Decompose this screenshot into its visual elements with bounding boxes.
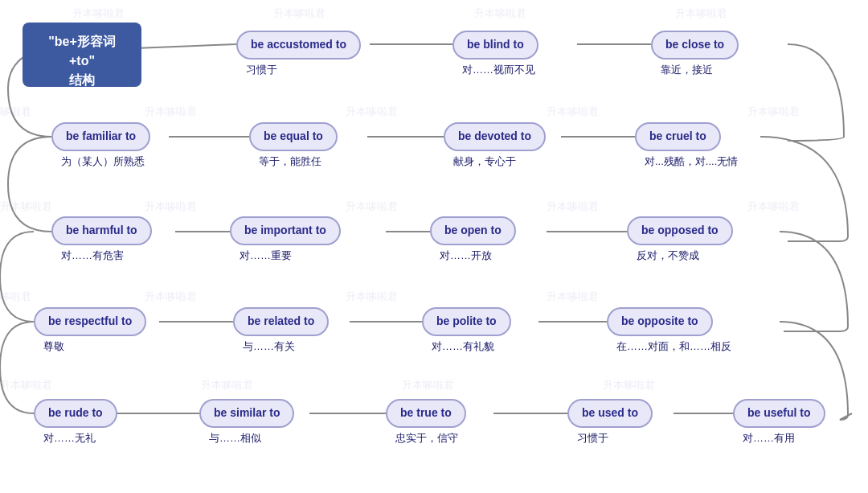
phrase-pill-n7: be cruel to [635,122,721,151]
phrase-pill-n4: be familiar to [51,122,150,151]
phrase-meaning-n7: 对...残酷，对....无情 [645,154,738,169]
phrase-node-n16: be rude to对……无礼 [34,399,117,446]
phrase-meaning-n8: 对……有危害 [61,249,124,263]
watermark: 哆啦君 [0,105,31,119]
phrase-node-n14: be polite to对……有礼貌 [422,307,511,354]
phrase-node-n4: be familiar to为（某人）所熟悉 [51,122,150,169]
phrase-node-n13: be related to与……有关 [233,307,329,354]
phrase-meaning-n16: 对……无礼 [43,431,96,446]
phrase-pill-n2: be blind to [452,31,538,60]
phrase-meaning-n5: 等于，能胜任 [259,154,321,169]
watermark: 升本哆啦君 [0,378,52,392]
watermark: 升本哆啦君 [145,199,197,214]
title-box: "be+形容词+to"结构 [23,23,141,87]
phrase-pill-n6: be devoted to [444,122,546,151]
watermark: 升本哆啦君 [346,199,398,214]
phrase-node-n19: be used to习惯于 [567,399,653,446]
phrase-meaning-n4: 为（某人）所熟悉 [61,154,145,169]
watermark: 哆啦君 [0,290,31,304]
phrase-node-n15: be opposite to在……对面，和……相反 [607,307,731,354]
phrase-meaning-n1: 习惯于 [246,63,277,77]
phrase-meaning-n12: 尊敬 [43,339,64,354]
phrase-meaning-n20: 对……有用 [743,431,795,446]
phrase-pill-n20: be useful to [733,399,825,428]
phrase-pill-n19: be used to [567,399,653,428]
phrase-pill-n17: be similar to [199,399,294,428]
phrase-pill-n14: be polite to [422,307,511,336]
phrase-meaning-n14: 对……有礼貌 [432,339,494,354]
phrase-node-n7: be cruel to对...残酷，对....无情 [635,122,738,169]
phrase-meaning-n9: 对……重要 [240,249,292,263]
watermark: 升本哆啦君 [675,6,727,21]
phrase-node-n2: be blind to对……视而不见 [452,31,538,77]
phrase-meaning-n17: 与……相似 [209,431,261,446]
watermark: 升本哆啦君 [547,105,599,119]
phrase-pill-n15: be opposite to [607,307,713,336]
phrase-meaning-n15: 在……对面，和……相反 [616,339,731,354]
phrase-node-n5: be equal to等于，能胜任 [249,122,338,169]
phrase-node-n17: be similar to与……相似 [199,399,294,446]
title-text: "be+形容词+to"结构 [48,35,116,87]
watermark: 升本哆啦君 [747,199,800,214]
watermark: 升本哆啦君 [402,378,454,392]
phrase-pill-n12: be respectful to [34,307,146,336]
watermark: 升本哆啦君 [145,105,197,119]
phrase-meaning-n18: 忠实于，信守 [395,431,458,446]
phrase-meaning-n13: 与……有关 [243,339,295,354]
watermark: 升本哆啦君 [747,105,800,119]
watermark: 升本哆啦君 [603,378,655,392]
phrase-pill-n10: be open to [430,216,516,245]
phrase-pill-n9: be important to [230,216,341,245]
phrase-meaning-n10: 对……开放 [440,249,492,263]
phrase-pill-n8: be harmful to [51,216,152,245]
phrase-pill-n3: be close to [651,31,739,60]
phrase-pill-n1: be accustomed to [236,31,361,60]
phrase-meaning-n19: 习惯于 [577,431,608,446]
phrase-pill-n11: be opposed to [627,216,733,245]
phrase-pill-n16: be rude to [34,399,117,428]
phrase-meaning-n11: 反对，不赞成 [637,249,699,263]
phrase-pill-n18: be true to [386,399,466,428]
phrase-node-n12: be respectful to尊敬 [34,307,146,354]
watermark: 升本哆啦君 [201,378,253,392]
watermark: 升本哆啦君 [547,290,599,304]
phrase-node-n3: be close to靠近，接近 [651,31,739,77]
phrase-pill-n5: be equal to [249,122,338,151]
phrase-node-n9: be important to对……重要 [230,216,341,263]
watermark: 升本哆啦君 [0,199,52,214]
watermark: 升本哆啦君 [346,290,398,304]
phrase-node-n18: be true to忠实于，信守 [386,399,466,446]
phrase-meaning-n3: 靠近，接近 [661,63,713,77]
watermark: 升本哆啦君 [346,105,398,119]
phrase-node-n11: be opposed to反对，不赞成 [627,216,733,263]
phrase-node-n1: be accustomed to习惯于 [236,31,361,77]
phrase-node-n10: be open to对……开放 [430,216,516,263]
svg-line-0 [135,44,236,48]
phrase-node-n20: be useful to对……有用 [733,399,825,446]
watermark: 升本哆啦君 [72,6,125,21]
phrase-meaning-n2: 对……视而不见 [462,63,535,77]
phrase-pill-n13: be related to [233,307,329,336]
phrase-meaning-n6: 献身，专心于 [453,154,516,169]
watermark: 升本哆啦君 [273,6,326,21]
phrase-node-n6: be devoted to献身，专心于 [444,122,546,169]
phrase-node-n8: be harmful to对……有危害 [51,216,152,263]
canvas: 升本哆啦君 升本哆啦君 升本哆啦君 升本哆啦君 哆啦君 升本哆啦君 升本哆啦君 … [0,0,868,493]
watermark: 升本哆啦君 [145,290,197,304]
watermark: 升本哆啦君 [474,6,526,21]
watermark: 升本哆啦君 [547,199,599,214]
